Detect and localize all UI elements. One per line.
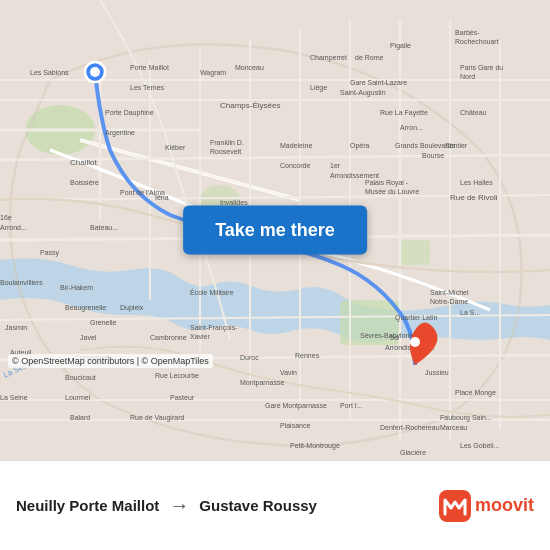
svg-text:Argentine: Argentine bbox=[105, 129, 135, 137]
take-me-there-button[interactable]: Take me there bbox=[183, 206, 367, 255]
svg-point-116 bbox=[90, 67, 100, 77]
svg-text:École Militaire: École Militaire bbox=[190, 288, 234, 296]
svg-text:Les Sablons: Les Sablons bbox=[30, 69, 69, 76]
svg-text:Porte Dauphine: Porte Dauphine bbox=[105, 109, 154, 117]
svg-text:Boissière: Boissière bbox=[70, 179, 99, 186]
svg-text:Palais Royal -: Palais Royal - bbox=[365, 179, 409, 187]
svg-text:Denfert-Rochereau: Denfert-Rochereau bbox=[380, 424, 440, 431]
svg-text:Cambronne: Cambronne bbox=[150, 334, 187, 341]
svg-text:16e: 16e bbox=[0, 214, 12, 221]
svg-text:Musée du Louvre: Musée du Louvre bbox=[365, 188, 419, 195]
route-origin: Neuilly Porte Maillot bbox=[16, 497, 159, 514]
svg-text:Place Monge: Place Monge bbox=[455, 389, 496, 397]
svg-text:Jasmin: Jasmin bbox=[5, 324, 27, 331]
svg-text:Rennes: Rennes bbox=[295, 352, 320, 359]
svg-text:Pasteur: Pasteur bbox=[170, 394, 195, 401]
svg-text:Rue de Rivoli: Rue de Rivoli bbox=[450, 193, 498, 202]
svg-text:Pigalle: Pigalle bbox=[390, 42, 411, 50]
moovit-icon bbox=[439, 490, 471, 522]
svg-text:Dupleix: Dupleix bbox=[120, 304, 144, 312]
svg-text:Saint-Augustin: Saint-Augustin bbox=[340, 89, 386, 97]
svg-text:Paris Gare du: Paris Gare du bbox=[460, 64, 503, 71]
svg-text:Vavin: Vavin bbox=[280, 369, 297, 376]
moovit-logo: moovit bbox=[439, 490, 534, 522]
svg-text:Notre-Dame: Notre-Dame bbox=[430, 298, 468, 305]
svg-text:Faubourg Sain...: Faubourg Sain... bbox=[440, 414, 492, 422]
svg-text:Bir-Hakem: Bir-Hakem bbox=[60, 284, 93, 291]
svg-text:1er: 1er bbox=[330, 162, 341, 169]
svg-text:Madeleine: Madeleine bbox=[280, 142, 312, 149]
svg-point-117 bbox=[410, 337, 420, 347]
svg-text:Porte Maillot: Porte Maillot bbox=[130, 64, 169, 71]
svg-text:Monceau: Monceau bbox=[235, 64, 264, 71]
svg-text:Saint-Michel: Saint-Michel bbox=[430, 289, 469, 296]
svg-text:Sèvres-Babylone: Sèvres-Babylone bbox=[360, 332, 413, 340]
svg-text:Duroc: Duroc bbox=[240, 354, 259, 361]
svg-text:Wagram: Wagram bbox=[200, 69, 226, 77]
svg-text:Chaillot: Chaillot bbox=[70, 158, 97, 167]
svg-text:La Seine: La Seine bbox=[0, 394, 28, 401]
svg-text:Les Halles: Les Halles bbox=[460, 179, 493, 186]
svg-text:Barbès-: Barbès- bbox=[455, 29, 480, 36]
svg-text:Lourmel: Lourmel bbox=[65, 394, 91, 401]
svg-text:Rochechouart: Rochechouart bbox=[455, 38, 499, 45]
svg-text:Champs-Élysées: Champs-Élysées bbox=[220, 101, 280, 110]
bottom-bar: Neuilly Porte Maillot → Gustave Roussy m… bbox=[0, 460, 550, 550]
svg-rect-4 bbox=[400, 240, 430, 265]
svg-text:5e: 5e bbox=[390, 334, 398, 341]
svg-text:Javel: Javel bbox=[80, 334, 97, 341]
svg-text:Marceau: Marceau bbox=[440, 424, 467, 431]
moovit-brand-name: moovit bbox=[475, 495, 534, 516]
route-destination: Gustave Roussy bbox=[199, 497, 317, 514]
svg-text:Xavier: Xavier bbox=[190, 333, 211, 340]
svg-text:Saint-François-: Saint-François- bbox=[190, 324, 238, 332]
svg-text:Plaisance: Plaisance bbox=[280, 422, 310, 429]
svg-text:Rue de Vaugirard: Rue de Vaugirard bbox=[130, 414, 184, 422]
svg-text:Boulainvilliers: Boulainvilliers bbox=[0, 279, 43, 286]
svg-text:Bourse: Bourse bbox=[422, 152, 444, 159]
svg-text:Les Gobeli...: Les Gobeli... bbox=[460, 442, 499, 449]
svg-text:La S...: La S... bbox=[460, 309, 480, 316]
svg-text:Arrond...: Arrond... bbox=[0, 224, 27, 231]
svg-text:Opéra: Opéra bbox=[350, 142, 370, 150]
svg-text:Franklin D.: Franklin D. bbox=[210, 139, 244, 146]
svg-text:Iéna: Iéna bbox=[155, 194, 169, 201]
svg-text:Gare Montparnasse: Gare Montparnasse bbox=[265, 402, 327, 410]
route-info: Neuilly Porte Maillot → Gustave Roussy bbox=[16, 494, 439, 517]
svg-text:Roosevelt: Roosevelt bbox=[210, 148, 241, 155]
svg-text:Arron...: Arron... bbox=[400, 124, 423, 131]
svg-text:Boucicaut: Boucicaut bbox=[65, 374, 96, 381]
svg-text:Nord: Nord bbox=[460, 73, 475, 80]
svg-text:Glacière: Glacière bbox=[400, 449, 426, 456]
svg-text:Arrondissement: Arrondissement bbox=[330, 172, 379, 179]
map-attribution: © OpenStreetMap contributors | © OpenMap… bbox=[8, 354, 213, 368]
svg-text:Beaugrenelle: Beaugrenelle bbox=[65, 304, 106, 312]
svg-text:Quartier Latin: Quartier Latin bbox=[395, 314, 438, 322]
svg-text:de Rome: de Rome bbox=[355, 54, 384, 61]
svg-text:Port I...: Port I... bbox=[340, 402, 363, 409]
svg-text:Kléber: Kléber bbox=[165, 144, 186, 151]
svg-text:Champerret: Champerret bbox=[310, 54, 347, 62]
svg-text:Rue Lecourbe: Rue Lecourbe bbox=[155, 372, 199, 379]
svg-text:Concorde: Concorde bbox=[280, 162, 310, 169]
svg-text:Liège: Liège bbox=[310, 84, 327, 92]
svg-text:Les Ternes: Les Ternes bbox=[130, 84, 165, 91]
svg-text:Château: Château bbox=[460, 109, 487, 116]
svg-text:Rue La Fayette: Rue La Fayette bbox=[380, 109, 428, 117]
svg-text:Passy: Passy bbox=[40, 249, 60, 257]
svg-text:Sentier: Sentier bbox=[445, 142, 468, 149]
map-container: Les Sablons Les Ternes Wagram Champerret… bbox=[0, 0, 550, 460]
svg-text:Petit-Montrouge: Petit-Montrouge bbox=[290, 442, 340, 450]
svg-text:Grenelle: Grenelle bbox=[90, 319, 117, 326]
svg-text:Montparnasse: Montparnasse bbox=[240, 379, 284, 387]
svg-text:Gare Saint-Lazare: Gare Saint-Lazare bbox=[350, 79, 407, 86]
svg-text:Bateau...: Bateau... bbox=[90, 224, 118, 231]
svg-text:Jussieu: Jussieu bbox=[425, 369, 449, 376]
svg-text:Balard: Balard bbox=[70, 414, 90, 421]
route-arrow: → bbox=[169, 494, 189, 517]
